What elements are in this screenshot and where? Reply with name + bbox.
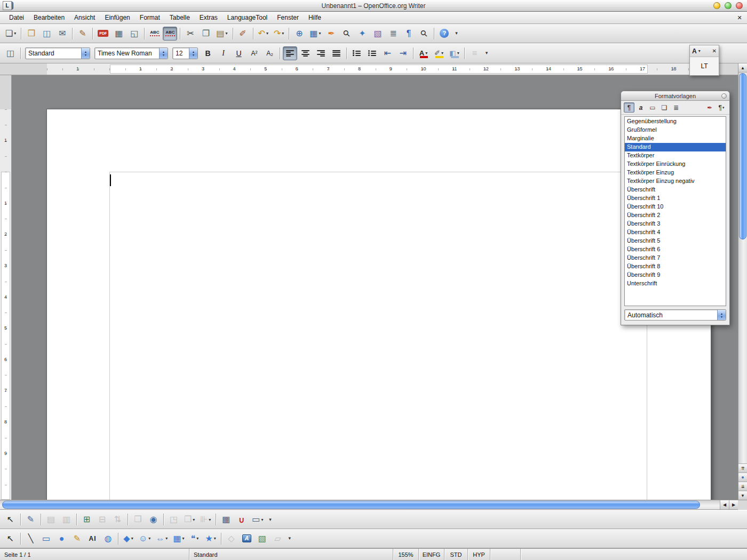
block-arrows-button[interactable]: ⇔▾	[154, 532, 170, 546]
symbol-shapes-button[interactable]: ☺▾	[137, 532, 153, 546]
gallery-button[interactable]: ▧	[370, 27, 385, 41]
menu-ansicht[interactable]: Ansicht	[69, 12, 100, 23]
toolbar-options-button[interactable]: ▾	[266, 514, 274, 525]
extrusion-button[interactable]: ▱	[271, 532, 285, 546]
vertical-scrollbar[interactable]: ▲ ⇈ ● ⇊ ▼	[738, 63, 747, 500]
align-center-button[interactable]	[298, 46, 313, 60]
copy-button[interactable]: ❐	[198, 27, 213, 41]
add-field-button[interactable]: ⊟	[95, 513, 109, 526]
insert-mode-indicator[interactable]: EINFG	[419, 549, 444, 560]
activation-order-button[interactable]: ⇅	[110, 513, 125, 526]
menu-languagetool[interactable]: LanguageTool	[222, 12, 272, 23]
new-document-button[interactable]: ❏▾	[3, 27, 18, 41]
align-right-button[interactable]	[314, 46, 328, 60]
menu-hilfe[interactable]: Hilfe	[304, 12, 326, 23]
form-navigator-button[interactable]: ⊞	[80, 513, 94, 526]
styles-filter-combobox[interactable]: Automatisch ▲▼	[624, 309, 726, 321]
document-page[interactable]	[47, 109, 711, 500]
style-item-standard[interactable]: Standard	[625, 143, 726, 151]
horizontal-ruler[interactable]: 1123456789101112131415161718	[0, 63, 738, 75]
freeform-line-button[interactable]: ✎	[70, 532, 84, 546]
menu-einf-gen[interactable]: Einfügen	[100, 12, 134, 23]
menu-tabelle[interactable]: Tabelle	[165, 12, 195, 23]
style-item-berschrift-7[interactable]: Überschrift 7	[625, 254, 726, 262]
paragraph-style-combobox[interactable]: Standard ▲▼	[25, 47, 90, 59]
style-item-berschrift-5[interactable]: Überschrift 5	[625, 237, 726, 245]
nonprinting-characters-button[interactable]: ¶	[401, 27, 416, 41]
snap-to-grid-button[interactable]: ∪	[234, 513, 249, 526]
background-color-button[interactable]: ◧▾	[447, 46, 462, 60]
tab-stop-selector[interactable]: L	[3, 1, 12, 10]
toolbar-options-button[interactable]: ▾	[483, 48, 490, 59]
combo-stepper[interactable]: ▲▼	[81, 48, 90, 59]
new-style-from-selection-button[interactable]: ¶▾	[716, 102, 727, 113]
page-style-indicator[interactable]: Standard	[189, 549, 393, 560]
style-item-berschrift-2[interactable]: Überschrift 2	[625, 211, 726, 220]
select-button[interactable]: ↖	[3, 532, 18, 546]
callout-button[interactable]: ◍	[101, 532, 115, 546]
vertical-scrollbar-thumb[interactable]	[739, 73, 746, 239]
document-info-indicator[interactable]	[521, 549, 747, 560]
superscript-button[interactable]: A²	[247, 46, 261, 60]
minimize-button[interactable]	[713, 2, 720, 9]
paragraph-styles-button[interactable]: ¶	[624, 102, 634, 113]
export-pdf-button[interactable]: PDF	[96, 27, 110, 41]
scroll-left-button[interactable]: ◀	[720, 500, 729, 509]
character-styles-button[interactable]: a	[635, 102, 646, 113]
zoom-button[interactable]: ⚲	[417, 27, 431, 41]
design-mode-button[interactable]: ✎	[23, 513, 38, 526]
open-in-design-mode-button[interactable]: ❒	[131, 513, 145, 526]
style-item-berschrift-10[interactable]: Überschrift 10	[625, 203, 726, 211]
automatic-focus-button[interactable]: ◉	[146, 513, 161, 526]
style-item-unterschrift[interactable]: Unterschrift	[625, 279, 726, 288]
format-paintbrush-button[interactable]: ✐	[236, 27, 250, 41]
previous-page-button[interactable]: ⇈	[738, 463, 747, 473]
menu-fenster[interactable]: Fenster	[272, 12, 304, 23]
print-button[interactable]: ▦	[112, 27, 126, 41]
from-file-button[interactable]: ▧	[255, 532, 269, 546]
redo-button[interactable]: ↷▾	[272, 27, 286, 41]
ellipse-button[interactable]: ●	[54, 532, 69, 546]
control-properties-button[interactable]: ▤	[44, 513, 58, 526]
guides-button[interactable]: ▭▾	[250, 513, 265, 526]
languagetool-a-icon[interactable]: A	[692, 47, 697, 55]
arrange-button[interactable]: ❐▾	[182, 513, 197, 526]
vertical-ruler[interactable]: 1123456789	[0, 75, 12, 500]
subscript-button[interactable]: A₂	[263, 46, 277, 60]
toolbar-options-button[interactable]: ▾	[286, 533, 293, 544]
languagetool-check-button[interactable]: LT	[695, 60, 713, 72]
scroll-up-button[interactable]: ▲	[738, 63, 747, 73]
languagetool-palette-titlebar[interactable]: A ▾ ✕	[690, 45, 719, 57]
title-bar[interactable]: Unbenannt1 – OpenOffice.org Writer	[0, 0, 747, 12]
save-button[interactable]: ◫	[39, 27, 54, 41]
insert-table-button[interactable]: ▦▾	[307, 27, 323, 41]
zoom-window-button[interactable]	[725, 2, 732, 9]
navigator-button[interactable]: ✦	[355, 27, 369, 41]
styles-window-close-button[interactable]	[721, 93, 727, 99]
autospellcheck-button[interactable]: ABC	[163, 27, 177, 41]
line-button[interactable]: ╲	[23, 532, 38, 546]
style-item-textk-rper-einzug-negativ[interactable]: Textkörper Einzug negativ	[625, 177, 726, 186]
alignment-button[interactable]: ⊪▾	[198, 513, 213, 526]
frame-styles-button[interactable]: ▭	[647, 102, 658, 113]
basic-shapes-button[interactable]: ◆▾	[121, 532, 136, 546]
bold-button[interactable]: B	[201, 46, 215, 60]
style-item-berschrift-4[interactable]: Überschrift 4	[625, 228, 726, 237]
help-button[interactable]: ?	[437, 27, 451, 41]
display-grid-button[interactable]: ▦	[219, 513, 233, 526]
style-item-gru-formel[interactable]: Grußformel	[625, 126, 726, 134]
numbered-list-button[interactable]	[349, 46, 364, 60]
increase-indent-button[interactable]: ⇥	[396, 46, 410, 60]
styles-window-titlebar[interactable]: Formatvorlagen	[621, 91, 729, 101]
languagetool-close-button[interactable]: ✕	[712, 48, 717, 54]
style-item-berschrift-3[interactable]: Überschrift 3	[625, 220, 726, 228]
style-item-textk-rper[interactable]: Textkörper	[625, 151, 726, 160]
paragraph-settings-button[interactable]: ≡	[467, 46, 482, 60]
undo-button[interactable]: ↶▾	[256, 27, 271, 41]
scroll-right-button[interactable]: ▶	[729, 500, 738, 509]
menu-bearbeiten[interactable]: Bearbeiten	[29, 12, 69, 23]
rectangle-button[interactable]: ▭	[39, 532, 53, 546]
combo-stepper[interactable]: ▲▼	[159, 48, 168, 59]
page-preview-button[interactable]: ◱	[127, 27, 141, 41]
close-window-button[interactable]	[736, 2, 743, 9]
